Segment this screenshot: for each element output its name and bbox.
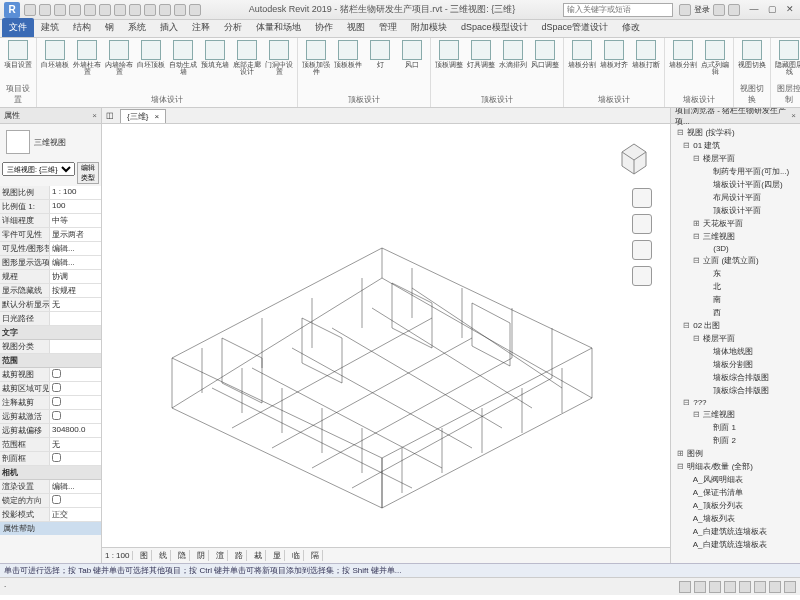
tree-toggle-icon[interactable]: ⊟ [683,398,691,407]
prop-value[interactable] [50,368,101,381]
qat-measure-icon[interactable] [99,4,111,16]
tree-item[interactable]: ⊟ 02 出图 [673,319,798,332]
status-icon-7[interactable] [784,581,796,593]
prop-value[interactable] [50,410,101,423]
prop-value[interactable]: 1 : 100 [50,186,101,199]
view-control-item[interactable]: 路 [232,550,247,561]
pan-icon[interactable] [632,214,652,234]
tree-item[interactable]: ⊞ 图例 [673,447,798,460]
status-icon-0[interactable] [679,581,691,593]
ribbon-btn-0-0[interactable]: 项目设置 [4,40,32,68]
tab-7[interactable]: 分析 [217,18,249,37]
tab-3[interactable]: 钢 [98,18,121,37]
help-icon[interactable] [728,4,740,16]
view-control-item[interactable]: 阴 [194,550,209,561]
view-control-item[interactable]: 隐 [175,550,190,561]
tree-item[interactable]: 制药专用平面(可加...) [673,165,798,178]
ribbon-btn-1-7[interactable]: 门洞中设置 [265,40,293,75]
tree-item[interactable]: ⊞ 天花板平面 [673,217,798,230]
tree-toggle-icon[interactable]: ⊟ [677,462,685,471]
help-search-input[interactable] [563,3,673,17]
tree-item[interactable]: 南 [673,293,798,306]
tree-item[interactable]: 墙板分割图 [673,358,798,371]
tab-0[interactable]: 文件 [2,18,34,37]
properties-collapse-icon[interactable]: ◫ [106,111,114,120]
filter-select[interactable]: 三维视图: {三维} [2,162,75,176]
ribbon-btn-2-1[interactable]: 顶板板件 [334,40,362,68]
prop-value[interactable]: 正交 [50,508,101,521]
qat-redo-icon[interactable] [69,4,81,16]
tree-item[interactable]: 墙板设计平面(四层) [673,178,798,191]
qat-3d-icon[interactable] [144,4,156,16]
status-icon-3[interactable] [724,581,736,593]
tab-6[interactable]: 注释 [185,18,217,37]
scale-display[interactable]: 1 : 100 [102,551,133,560]
tree-toggle-icon[interactable]: ⊞ [693,219,701,228]
ribbon-btn-4-0[interactable]: 墙板分割 [568,40,596,68]
tree-item[interactable]: (3D) [673,243,798,254]
tree-item[interactable]: 西 [673,306,798,319]
ribbon-btn-1-6[interactable]: 底部走廊设计 [233,40,261,75]
tree-item[interactable]: 剖面 1 [673,421,798,434]
tree-item[interactable]: 东 [673,267,798,280]
status-icon-1[interactable] [694,581,706,593]
orbit-icon[interactable] [632,266,652,286]
ribbon-btn-6-0[interactable]: 视图切换 [738,40,766,68]
ribbon-btn-5-0[interactable]: 墙板分割 [669,40,697,68]
prop-value[interactable]: 协调 [50,270,101,283]
view-control-item[interactable]: 隔 [308,550,323,561]
status-icon-6[interactable] [769,581,781,593]
tab-13[interactable]: dSpace模型设计 [454,18,535,37]
ribbon-btn-3-0[interactable]: 顶板调整 [435,40,463,68]
prop-value[interactable]: 304800.0 [50,424,101,437]
tree-toggle-icon[interactable]: ⊟ [693,256,701,265]
ribbon-btn-1-0[interactable]: 白坯墙板 [41,40,69,68]
maximize-button[interactable]: ▢ [766,4,778,16]
tree-item[interactable]: ⊟ 楼层平面 [673,152,798,165]
status-icon-4[interactable] [739,581,751,593]
tree-toggle-icon[interactable]: ⊟ [683,321,691,330]
tree-item[interactable]: ⊟ 立面 (建筑立面) [673,254,798,267]
viewcube[interactable] [612,134,656,178]
steering-wheel-icon[interactable] [632,188,652,208]
tree-item[interactable]: ⊟ 明细表/数量 (全部) [673,460,798,473]
ribbon-btn-3-3[interactable]: 风口调整 [531,40,559,68]
ribbon-btn-1-2[interactable]: 内墙绘布置 [105,40,133,75]
sign-in-label[interactable]: 登录 [694,4,710,15]
properties-close-icon[interactable]: × [92,111,97,120]
close-button[interactable]: ✕ [784,4,796,16]
ribbon-btn-3-1[interactable]: 灯具调整 [467,40,495,68]
tree-item[interactable]: ⊟ 01 建筑 [673,139,798,152]
ribbon-btn-1-1[interactable]: 外墙柱布置 [73,40,101,75]
ribbon-btn-1-5[interactable]: 预填充墙 [201,40,229,68]
prop-value[interactable]: 100 [50,200,101,213]
prop-value[interactable]: 按规程 [50,284,101,297]
tree-item[interactable]: A_保证书清单 [673,486,798,499]
browser-close-icon[interactable]: × [791,111,796,120]
properties-help-link[interactable]: 属性帮助 [0,522,101,535]
tree-item[interactable]: ⊟ 楼层平面 [673,332,798,345]
ribbon-btn-7-0[interactable]: 隐藏图层线 [775,40,800,75]
tab-15[interactable]: 修改 [615,18,647,37]
prop-value[interactable] [50,382,101,395]
view-control-item[interactable]: 显 [270,550,285,561]
qat-window-icon[interactable] [189,4,201,16]
view-tab-close-icon[interactable]: × [155,112,160,121]
view-control-item[interactable]: 线 [156,550,171,561]
tree-toggle-icon[interactable]: ⊟ [693,154,701,163]
tree-toggle-icon[interactable]: ⊞ [677,449,685,458]
prop-value[interactable]: 无 [50,298,101,311]
zoom-icon[interactable] [632,240,652,260]
sign-in-icon[interactable] [679,4,691,16]
ribbon-btn-2-0[interactable]: 顶板加强件 [302,40,330,75]
exchange-icon[interactable] [713,4,725,16]
tree-item[interactable]: 布局设计平面 [673,191,798,204]
tab-1[interactable]: 建筑 [34,18,66,37]
tab-5[interactable]: 插入 [153,18,185,37]
qat-print-icon[interactable] [84,4,96,16]
tree-item[interactable]: A_顶板分列表 [673,499,798,512]
tab-10[interactable]: 视图 [340,18,372,37]
ribbon-btn-4-1[interactable]: 墙板对齐 [600,40,628,68]
status-icon-5[interactable] [754,581,766,593]
tree-item[interactable]: 墙体地线图 [673,345,798,358]
